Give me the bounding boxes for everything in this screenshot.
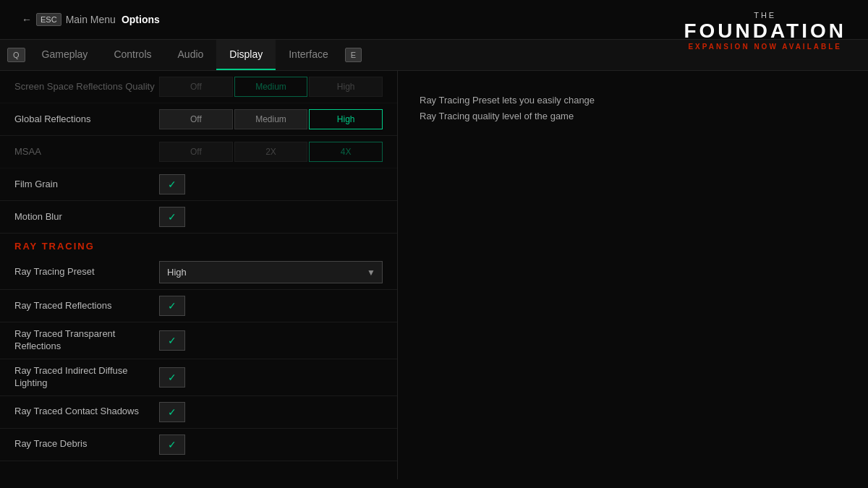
- gr-high-btn[interactable]: High: [309, 109, 383, 129]
- msaa-4x-btn[interactable]: 4X: [309, 142, 383, 162]
- main-menu-label[interactable]: Main Menu: [66, 14, 116, 25]
- ray-traced-reflections-check-icon: ✓: [168, 300, 176, 312]
- ray-traced-reflections-row: Ray Traced Reflections ✓: [0, 290, 397, 322]
- tab-interface[interactable]: Interface: [276, 40, 341, 70]
- ray-traced-indirect-controls: ✓: [159, 367, 383, 388]
- motion-blur-check-icon: ✓: [168, 211, 176, 223]
- description-line2: Ray Tracing quality level of the game: [420, 111, 574, 121]
- msaa-off-btn[interactable]: Off: [159, 142, 233, 162]
- msaa-2x-btn[interactable]: 2X: [234, 142, 308, 162]
- ray-traced-transparent-row: Ray Traced Transparent Reflections ✓: [0, 322, 397, 359]
- back-arrow-icon: ←: [22, 14, 32, 25]
- settings-panel: Screen Space Reflections Quality Off Med…: [0, 71, 398, 479]
- film-grain-check-icon: ✓: [168, 179, 176, 190]
- logo-area: THE FOUNDATION EXPANSION NOW AVAILABLE: [684, 11, 846, 51]
- ray-tracing-preset-select-wrap: Off Medium High Ultra ▼: [159, 261, 383, 283]
- msaa-controls: Off 2X 4X: [159, 142, 383, 162]
- ray-trace-debris-controls: ✓: [159, 435, 383, 455]
- screen-space-reflections-label: Screen Space Reflections Quality: [14, 81, 159, 93]
- ray-traced-indirect-check-icon: ✓: [168, 372, 176, 383]
- film-grain-label: Film Grain: [14, 179, 159, 191]
- ray-traced-indirect-label: Ray Traced Indirect Diffuse Lighting: [14, 365, 159, 390]
- logo-foundation: FOUNDATION: [684, 20, 846, 43]
- ray-traced-contact-label: Ray Traced Contact Shadows: [14, 406, 159, 418]
- ray-traced-reflections-checkbox[interactable]: ✓: [159, 296, 185, 316]
- ssr-off-btn[interactable]: Off: [159, 77, 233, 97]
- description-line1: Ray Tracing Preset lets you easily chang…: [420, 95, 595, 106]
- tab-gameplay[interactable]: Gameplay: [29, 40, 101, 70]
- ray-traced-indirect-checkbox[interactable]: ✓: [159, 367, 185, 388]
- screen-space-reflections-row: Screen Space Reflections Quality Off Med…: [0, 71, 397, 103]
- ray-tracing-preset-row: Ray Tracing Preset Off Medium High Ultra…: [0, 255, 397, 290]
- ray-traced-contact-row: Ray Traced Contact Shadows ✓: [0, 396, 397, 429]
- ray-trace-debris-label: Ray Trace Debris: [14, 438, 159, 450]
- ray-traced-transparent-label: Ray Traced Transparent Reflections: [14, 328, 159, 353]
- ray-tracing-preset-label: Ray Tracing Preset: [14, 266, 159, 278]
- description-text: Ray Tracing Preset lets you easily chang…: [420, 93, 846, 124]
- logo-expansion: EXPANSION NOW AVAILABLE: [684, 43, 846, 51]
- ray-traced-reflections-label: Ray Traced Reflections: [14, 300, 159, 312]
- ray-traced-contact-check-icon: ✓: [168, 406, 176, 418]
- global-reflections-row: Global Reflections Off Medium High: [0, 103, 397, 136]
- description-panel: Ray Tracing Preset lets you easily chang…: [398, 71, 868, 479]
- tab-q-badge[interactable]: Q: [7, 48, 25, 62]
- header: ← ESC Main Menu Options THE FOUNDATION E…: [0, 0, 868, 40]
- film-grain-row: Film Grain ✓: [0, 168, 397, 201]
- main-content: Screen Space Reflections Quality Off Med…: [0, 71, 868, 479]
- screen-space-reflections-controls: Off Medium High: [159, 77, 383, 97]
- film-grain-controls: ✓: [159, 174, 383, 194]
- back-button[interactable]: ← ESC Main Menu: [22, 13, 122, 26]
- ssr-high-btn[interactable]: High: [309, 77, 383, 97]
- gr-off-btn[interactable]: Off: [159, 109, 233, 129]
- tab-audio[interactable]: Audio: [165, 40, 217, 70]
- global-reflections-label: Global Reflections: [14, 114, 159, 126]
- film-grain-checkbox[interactable]: ✓: [159, 174, 185, 194]
- tab-e-badge[interactable]: E: [345, 48, 362, 62]
- ray-traced-indirect-row: Ray Traced Indirect Diffuse Lighting ✓: [0, 359, 397, 396]
- ssr-medium-btn[interactable]: Medium: [234, 77, 308, 97]
- motion-blur-label: Motion Blur: [14, 211, 159, 223]
- ray-traced-reflections-controls: ✓: [159, 296, 383, 316]
- msaa-row: MSAA Off 2X 4X: [0, 136, 397, 168]
- esc-badge[interactable]: ESC: [36, 13, 61, 26]
- motion-blur-checkbox[interactable]: ✓: [159, 207, 185, 227]
- ray-traced-contact-checkbox[interactable]: ✓: [159, 402, 185, 422]
- msaa-label: MSAA: [14, 146, 159, 158]
- ray-traced-transparent-checkbox[interactable]: ✓: [159, 330, 185, 351]
- logo-the: THE: [684, 11, 846, 20]
- ray-trace-debris-checkbox[interactable]: ✓: [159, 435, 185, 455]
- ray-traced-contact-controls: ✓: [159, 402, 383, 422]
- motion-blur-controls: ✓: [159, 207, 383, 227]
- options-label: Options: [122, 14, 160, 25]
- ray-tracing-preset-controls: Off Medium High Ultra ▼: [159, 261, 383, 283]
- ray-traced-transparent-controls: ✓: [159, 330, 383, 351]
- ray-traced-transparent-check-icon: ✓: [168, 335, 176, 346]
- gr-medium-btn[interactable]: Medium: [234, 109, 308, 129]
- ray-tracing-preset-select[interactable]: Off Medium High Ultra: [159, 261, 383, 283]
- tab-controls[interactable]: Controls: [101, 40, 164, 70]
- ray-trace-debris-check-icon: ✓: [168, 439, 176, 450]
- ray-trace-debris-row: Ray Trace Debris ✓: [0, 429, 397, 461]
- tab-display[interactable]: Display: [216, 40, 276, 70]
- motion-blur-row: Motion Blur ✓: [0, 201, 397, 234]
- global-reflections-controls: Off Medium High: [159, 109, 383, 129]
- ray-tracing-header: RAY TRACING: [0, 234, 397, 255]
